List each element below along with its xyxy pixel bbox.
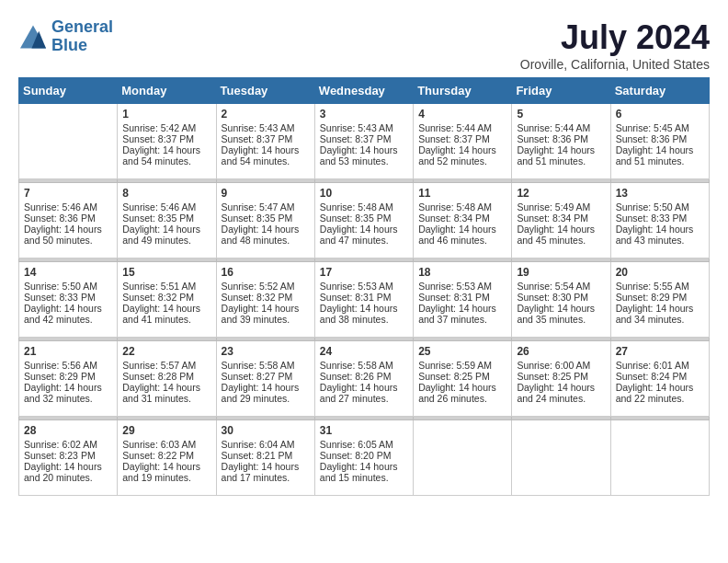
daylight-text: Daylight: 14 hours and 26 minutes. (418, 382, 496, 404)
day-number: 18 (418, 266, 506, 279)
weekday-header: Sunday (19, 78, 118, 104)
day-number: 5 (517, 108, 605, 121)
calendar-cell: 25 Sunrise: 5:59 AM Sunset: 8:25 PM Dayl… (414, 341, 512, 417)
sunrise-text: Sunrise: 5:44 AM (418, 122, 492, 133)
sunrise-text: Sunrise: 5:58 AM (320, 360, 393, 371)
daylight-text: Daylight: 14 hours and 51 minutes. (616, 144, 694, 167)
day-number: 30 (222, 424, 310, 437)
calendar-cell: 3 Sunrise: 5:43 AM Sunset: 8:37 PM Dayli… (314, 104, 413, 179)
daylight-text: Daylight: 14 hours and 45 minutes. (517, 224, 595, 246)
sunrise-text: Sunrise: 6:04 AM (222, 439, 295, 450)
sunrise-text: Sunrise: 5:59 AM (418, 360, 492, 371)
daylight-text: Daylight: 14 hours and 53 minutes. (320, 144, 398, 167)
logo-icon (18, 24, 48, 50)
calendar-week-row: 1 Sunrise: 5:42 AM Sunset: 8:37 PM Dayli… (19, 104, 710, 179)
calendar-cell (19, 104, 118, 179)
daylight-text: Daylight: 14 hours and 42 minutes. (24, 303, 102, 325)
sunset-text: Sunset: 8:28 PM (122, 371, 194, 382)
sunrise-text: Sunrise: 5:43 AM (222, 122, 295, 133)
daylight-text: Daylight: 14 hours and 27 minutes. (320, 382, 398, 404)
daylight-text: Daylight: 14 hours and 54 minutes. (122, 144, 200, 167)
calendar-cell: 18 Sunrise: 5:53 AM Sunset: 8:31 PM Dayl… (414, 262, 512, 338)
day-number: 17 (320, 266, 408, 279)
sunrise-text: Sunrise: 5:54 AM (517, 281, 590, 292)
calendar-cell (610, 420, 709, 496)
sunset-text: Sunset: 8:24 PM (616, 371, 688, 382)
calendar-cell: 31 Sunrise: 6:05 AM Sunset: 8:20 PM Dayl… (314, 420, 413, 496)
daylight-text: Daylight: 14 hours and 49 minutes. (122, 224, 200, 246)
sunset-text: Sunset: 8:20 PM (320, 450, 392, 461)
sunrise-text: Sunrise: 5:47 AM (222, 201, 295, 213)
day-number: 6 (616, 108, 704, 121)
sunrise-text: Sunrise: 5:45 AM (616, 122, 689, 133)
sunset-text: Sunset: 8:32 PM (222, 292, 293, 303)
day-number: 22 (122, 345, 210, 358)
sunrise-text: Sunrise: 6:03 AM (122, 439, 196, 450)
sunset-text: Sunset: 8:35 PM (320, 213, 392, 224)
sunrise-text: Sunrise: 5:50 AM (24, 281, 97, 292)
sunrise-text: Sunrise: 5:58 AM (222, 360, 295, 371)
sunrise-text: Sunrise: 6:01 AM (616, 360, 689, 371)
calendar-cell: 20 Sunrise: 5:55 AM Sunset: 8:29 PM Dayl… (610, 262, 709, 338)
daylight-text: Daylight: 14 hours and 34 minutes. (616, 303, 694, 325)
calendar-week-row: 14 Sunrise: 5:50 AM Sunset: 8:33 PM Dayl… (19, 262, 710, 338)
daylight-text: Daylight: 14 hours and 31 minutes. (122, 382, 200, 404)
calendar-cell: 17 Sunrise: 5:53 AM Sunset: 8:31 PM Dayl… (314, 262, 413, 338)
month-title: July 2024 (520, 18, 710, 57)
calendar-cell: 5 Sunrise: 5:44 AM Sunset: 8:36 PM Dayli… (512, 104, 610, 179)
sunset-text: Sunset: 8:37 PM (222, 133, 293, 144)
sunrise-text: Sunrise: 6:02 AM (24, 439, 97, 450)
daylight-text: Daylight: 14 hours and 47 minutes. (320, 224, 398, 246)
daylight-text: Daylight: 14 hours and 19 minutes. (122, 461, 200, 483)
daylight-text: Daylight: 14 hours and 20 minutes. (24, 461, 102, 483)
weekday-header: Thursday (414, 78, 512, 104)
day-number: 15 (122, 266, 210, 279)
logo: General Blue (18, 18, 113, 55)
location: Oroville, California, United States (520, 57, 710, 72)
sunrise-text: Sunrise: 5:48 AM (320, 201, 393, 213)
day-number: 16 (222, 266, 310, 279)
sunrise-text: Sunrise: 5:48 AM (418, 201, 492, 213)
day-number: 11 (418, 187, 506, 200)
calendar-week-row: 7 Sunrise: 5:46 AM Sunset: 8:36 PM Dayli… (19, 183, 710, 259)
day-number: 2 (222, 108, 310, 121)
calendar-cell: 2 Sunrise: 5:43 AM Sunset: 8:37 PM Dayli… (216, 104, 314, 179)
sunrise-text: Sunrise: 5:52 AM (222, 281, 295, 292)
sunset-text: Sunset: 8:36 PM (616, 133, 688, 144)
sunrise-text: Sunrise: 6:05 AM (320, 439, 393, 450)
daylight-text: Daylight: 14 hours and 22 minutes. (616, 382, 694, 404)
daylight-text: Daylight: 14 hours and 38 minutes. (320, 303, 398, 325)
sunset-text: Sunset: 8:32 PM (122, 292, 194, 303)
sunset-text: Sunset: 8:30 PM (517, 292, 588, 303)
calendar-cell: 16 Sunrise: 5:52 AM Sunset: 8:32 PM Dayl… (216, 262, 314, 338)
calendar-cell: 7 Sunrise: 5:46 AM Sunset: 8:36 PM Dayli… (19, 183, 118, 259)
sunset-text: Sunset: 8:33 PM (616, 213, 688, 224)
sunrise-text: Sunrise: 5:53 AM (418, 281, 492, 292)
title-block: July 2024 Oroville, California, United S… (520, 18, 710, 72)
weekday-header: Saturday (610, 78, 709, 104)
day-number: 21 (24, 345, 112, 358)
day-number: 1 (122, 108, 210, 121)
sunset-text: Sunset: 8:37 PM (122, 133, 194, 144)
sunset-text: Sunset: 8:36 PM (24, 213, 96, 224)
day-number: 25 (418, 345, 506, 358)
daylight-text: Daylight: 14 hours and 41 minutes. (122, 303, 200, 325)
calendar-cell: 28 Sunrise: 6:02 AM Sunset: 8:23 PM Dayl… (19, 420, 118, 496)
calendar-cell: 14 Sunrise: 5:50 AM Sunset: 8:33 PM Dayl… (19, 262, 118, 338)
logo-text: General Blue (51, 18, 113, 55)
calendar-cell: 9 Sunrise: 5:47 AM Sunset: 8:35 PM Dayli… (216, 183, 314, 259)
sunset-text: Sunset: 8:35 PM (122, 213, 194, 224)
sunset-text: Sunset: 8:31 PM (320, 292, 392, 303)
sunset-text: Sunset: 8:25 PM (517, 371, 588, 382)
day-number: 28 (24, 424, 112, 437)
day-number: 7 (24, 187, 112, 200)
day-number: 9 (222, 187, 310, 200)
sunset-text: Sunset: 8:26 PM (320, 371, 392, 382)
sunrise-text: Sunrise: 5:49 AM (517, 201, 590, 213)
calendar-cell: 24 Sunrise: 5:58 AM Sunset: 8:26 PM Dayl… (314, 341, 413, 417)
sunrise-text: Sunrise: 5:44 AM (517, 122, 590, 133)
daylight-text: Daylight: 14 hours and 39 minutes. (222, 303, 300, 325)
sunrise-text: Sunrise: 5:56 AM (24, 360, 97, 371)
sunset-text: Sunset: 8:27 PM (222, 371, 293, 382)
day-number: 13 (616, 187, 704, 200)
